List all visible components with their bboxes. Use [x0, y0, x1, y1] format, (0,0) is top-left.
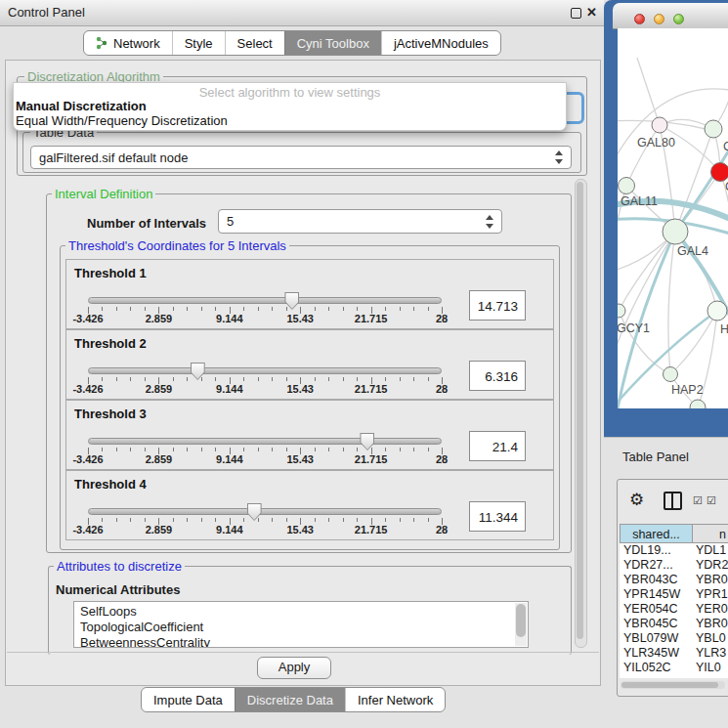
- slider-track[interactable]: [88, 367, 442, 374]
- tick-mark: [258, 518, 259, 522]
- threshold-value-field[interactable]: 14.713: [469, 290, 526, 321]
- gear-icon[interactable]: ⚙: [629, 490, 644, 510]
- table-horizontal-scrollbar[interactable]: [621, 681, 725, 689]
- tick-mark: [343, 377, 344, 381]
- tick-label: 21.715: [355, 313, 388, 324]
- tab-label: jActiveMNodules: [394, 36, 489, 51]
- network-node-unlabeled[interactable]: [690, 400, 706, 408]
- network-node-gal80[interactable]: [652, 117, 667, 133]
- panel-title: Control Panel: [8, 5, 85, 20]
- table-row[interactable]: YER054CYER0: [620, 602, 728, 617]
- close-icon[interactable]: ✕: [586, 7, 598, 19]
- table-hscroll-thumb[interactable]: [621, 682, 718, 688]
- threshold-box-4: Threshold 4-3.4262.8599.14415.4321.71528…: [65, 470, 554, 540]
- network-canvas[interactable]: GAL80GCGAL11GAL4GCY1HHAP2: [618, 28, 728, 408]
- table-row[interactable]: YPR145WYPR1: [620, 587, 728, 602]
- tab-label: Cyni Toolbox: [297, 36, 369, 51]
- tick-label: 15.43: [286, 453, 314, 465]
- threshold-label: Threshold 1: [74, 266, 147, 280]
- node-label: GAL80: [637, 136, 675, 150]
- menu-item-equal-width-frequency[interactable]: Equal Width/Frequency Discretization: [16, 113, 228, 128]
- tick-mark: [201, 307, 202, 311]
- apply-button[interactable]: Apply: [257, 657, 331, 679]
- cell-name: YBR0: [696, 573, 728, 587]
- tick-mark: [116, 448, 117, 451]
- tab-cyni-toolbox[interactable]: Cyni Toolbox: [284, 31, 381, 55]
- table-row[interactable]: YBR043CYBR0: [620, 573, 728, 587]
- tick-mark: [272, 518, 273, 522]
- cell-name: YIL0: [696, 661, 721, 675]
- checkbox-icon[interactable]: ☑: [707, 494, 716, 507]
- network-node-gcy1[interactable]: [618, 304, 625, 318]
- tab-impute-data[interactable]: Impute Data: [142, 688, 235, 711]
- tick-mark: [315, 518, 316, 522]
- menu-item-manual-discretization[interactable]: Manual Discretization: [16, 99, 147, 113]
- split-columns-icon[interactable]: [664, 492, 682, 510]
- number-of-intervals-combo[interactable]: 5: [218, 209, 502, 234]
- tick-mark: [357, 448, 358, 451]
- tick-mark: [413, 307, 414, 311]
- tick-mark: [286, 518, 287, 522]
- table-row[interactable]: YLR345WYLR3: [620, 646, 728, 661]
- tick-label: 9.144: [216, 313, 243, 324]
- mac-minimize-icon[interactable]: [654, 14, 664, 24]
- table-row[interactable]: YIL052CYIL0: [620, 661, 728, 675]
- network-node-hap2[interactable]: [664, 367, 678, 382]
- tick-mark: [116, 377, 117, 381]
- table-data-combo[interactable]: galFiltered.sif default node: [30, 146, 572, 169]
- list-item[interactable]: SelfLoops: [80, 604, 137, 619]
- mac-close-icon[interactable]: [634, 14, 645, 24]
- network-node-gal4[interactable]: [663, 219, 688, 244]
- tab-discretize-data[interactable]: Discretize Data: [235, 688, 345, 711]
- table-rows: YDL19...YDL1YDR27...YDR2YBR043CYBR0YPR14…: [620, 543, 728, 678]
- slider-track[interactable]: [88, 297, 442, 304]
- threshold-value-field[interactable]: 6.316: [469, 361, 526, 391]
- slider-track[interactable]: [88, 438, 442, 445]
- checkbox-icon[interactable]: ☑: [693, 494, 703, 507]
- tab-network[interactable]: Network: [84, 31, 172, 55]
- table-row[interactable]: YBL079WYBL0: [620, 631, 728, 646]
- network-window-titlebar[interactable]: [613, 3, 728, 29]
- tick-label: 2.859: [146, 313, 173, 324]
- table-row[interactable]: YDR27...YDR2: [620, 558, 728, 573]
- tick-mark: [201, 518, 202, 522]
- threshold-value-field[interactable]: 11.344: [469, 501, 526, 532]
- column-header-shared-name[interactable]: shared...: [620, 524, 693, 543]
- tab-select[interactable]: Select: [225, 31, 284, 55]
- cell-name: YDR2: [696, 558, 728, 573]
- tab-infer-network[interactable]: Infer Network: [345, 688, 445, 711]
- network-node-gal11[interactable]: [619, 178, 635, 194]
- panel-scrollbar[interactable]: [575, 179, 587, 648]
- network-edge-highlighted: [618, 232, 675, 408]
- slider-track[interactable]: [88, 508, 442, 515]
- combo-stepper-icon: [486, 215, 494, 229]
- network-node-c[interactable]: [711, 163, 728, 182]
- slider-thumb[interactable]: [247, 503, 262, 521]
- float-window-icon[interactable]: [571, 8, 581, 19]
- tick-label: 15.43: [286, 524, 314, 535]
- list-item[interactable]: TopologicalCoefficient: [80, 620, 203, 634]
- numerical-attributes-list[interactable]: SelfLoopsTopologicalCoefficientBetweenne…: [73, 601, 529, 648]
- network-node-h[interactable]: [707, 301, 727, 321]
- tick-mark: [187, 518, 188, 522]
- table-row[interactable]: YDL19...YDL1: [620, 543, 728, 558]
- tick-mark: [145, 307, 146, 311]
- column-header-name[interactable]: n: [693, 524, 728, 543]
- list-item[interactable]: BetweennessCentrality: [80, 635, 210, 648]
- tab-style[interactable]: Style: [172, 31, 225, 55]
- attributes-group-label: Attributes to discretize: [54, 560, 185, 573]
- slider-thumb[interactable]: [360, 433, 374, 450]
- combo-stepper-icon: [555, 150, 564, 164]
- threshold-value-field[interactable]: 21.4: [469, 431, 526, 461]
- tick-label: -3.426: [72, 453, 103, 465]
- slider-thumb[interactable]: [191, 363, 205, 380]
- tick-mark: [215, 518, 216, 522]
- node-label: HAP2: [671, 383, 704, 397]
- panel-scrollbar-thumb[interactable]: [577, 182, 583, 639]
- tick-mark: [173, 307, 174, 311]
- table-row[interactable]: YBR045CYBR0: [620, 617, 728, 631]
- tab-jactivemnodules[interactable]: jActiveMNodules: [381, 31, 500, 55]
- mac-zoom-icon[interactable]: [673, 14, 684, 24]
- network-node-g[interactable]: [705, 120, 722, 138]
- list-scrollbar[interactable]: [515, 603, 527, 646]
